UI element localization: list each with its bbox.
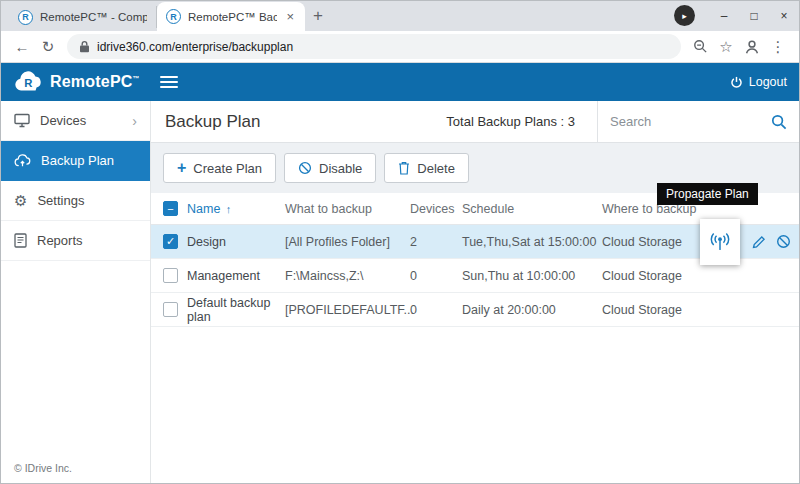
logout-label: Logout	[749, 75, 787, 89]
plan-where: Cloud Storage	[602, 303, 700, 317]
plan-where: Cloud Storage	[602, 269, 700, 283]
total-plans-label: Total Backup Plans : 3	[446, 114, 597, 129]
plan-name: Default backup plan	[187, 296, 285, 324]
app-header: R RemotePC™ Logout	[1, 63, 799, 101]
row-checkbox[interactable]	[163, 268, 178, 283]
pencil-icon	[752, 235, 766, 249]
browser-tab-remotepc-backup[interactable]: R RemotePC™ Backup ×	[157, 2, 305, 31]
minimize-button[interactable]: –	[709, 1, 739, 31]
menu-dots-icon[interactable]: ⋮	[765, 34, 791, 60]
trash-icon	[398, 161, 410, 175]
plan-what: [PROFILEDEFAULTF...	[285, 303, 410, 317]
tab-close-icon[interactable]: ×	[284, 9, 296, 24]
page-header: Backup Plan Total Backup Plans : 3	[151, 101, 799, 143]
edit-plan-button[interactable]	[752, 235, 766, 249]
disable-plan-button[interactable]	[776, 234, 791, 249]
plan-schedule: Sun,Thu at 10:00:00	[462, 269, 602, 283]
sidebar-item-reports[interactable]: Reports	[1, 221, 150, 261]
sidebar: Devices › Backup Plan ⚙ Settings Reports…	[1, 101, 151, 483]
remotepc-logo: R RemotePC™	[13, 71, 140, 93]
plan-devices: 2	[410, 235, 462, 249]
reload-icon[interactable]: ↻	[35, 34, 61, 60]
logout-button[interactable]: Logout	[730, 75, 787, 89]
column-header-name[interactable]: Name ↑	[187, 202, 285, 216]
plan-devices: 0	[410, 303, 462, 317]
plus-icon: +	[177, 160, 186, 176]
cloud-logo-icon: R	[13, 71, 45, 93]
column-header-schedule[interactable]: Schedule	[462, 202, 602, 216]
remotepc-favicon-icon: R	[18, 10, 33, 25]
backup-cloud-icon	[14, 154, 31, 167]
tab-title: RemotePC™ Backup	[188, 11, 277, 23]
svg-text:R: R	[24, 77, 32, 89]
disable-icon	[776, 234, 791, 249]
browser-window: R RemotePC™ - Comput... R RemotePC™ Back…	[0, 0, 800, 484]
sidebar-item-label: Settings	[37, 193, 84, 208]
plan-what: [All Profiles Folder]	[285, 235, 410, 249]
sidebar-item-settings[interactable]: ⚙ Settings	[1, 181, 150, 221]
column-header-devices[interactable]: Devices	[410, 202, 462, 216]
plan-name: Management	[187, 269, 285, 283]
delete-button[interactable]: Delete	[384, 153, 469, 183]
create-plan-button[interactable]: + Create Plan	[163, 153, 276, 183]
report-document-icon	[14, 233, 27, 248]
disable-icon	[298, 161, 312, 175]
remotepc-favicon-icon: R	[166, 9, 181, 24]
plan-devices: 0	[410, 269, 462, 283]
row-checkbox[interactable]	[163, 302, 178, 317]
plan-what: F:\Maincss,Z:\	[285, 269, 410, 283]
media-control-icon[interactable]: ▸	[674, 5, 695, 26]
lock-icon	[79, 40, 90, 53]
back-icon[interactable]: ←	[9, 34, 35, 60]
browser-tab-remotepc-computer[interactable]: R RemotePC™ - Comput...	[9, 6, 157, 28]
url-text: idrive360.com/enterprise/backupplan	[97, 40, 293, 54]
plan-where: Cloud Storage	[602, 235, 700, 249]
close-button[interactable]: ×	[769, 1, 799, 31]
create-plan-label: Create Plan	[193, 161, 262, 176]
select-all-checkbox[interactable]: −	[163, 201, 178, 216]
disable-button[interactable]: Disable	[284, 153, 376, 183]
new-tab-button[interactable]: +	[305, 6, 333, 31]
chevron-right-icon: ›	[132, 113, 137, 129]
propagate-plan-button[interactable]	[700, 219, 740, 265]
backup-plan-table: − Name ↑ What to backup Devices Schedule…	[151, 193, 799, 483]
sidebar-item-label: Reports	[37, 233, 83, 248]
search-input[interactable]	[610, 114, 763, 129]
copyright-text: © IDrive Inc.	[14, 462, 72, 474]
zoom-icon[interactable]	[687, 34, 713, 60]
search-box	[597, 101, 799, 142]
power-icon	[730, 76, 743, 89]
disable-label: Disable	[319, 161, 362, 176]
address-bar[interactable]: idrive360.com/enterprise/backupplan	[67, 34, 681, 59]
row-checkbox[interactable]: ✓	[163, 234, 178, 249]
row-actions	[700, 226, 800, 258]
monitor-icon	[14, 113, 30, 128]
window-controls: – □ ×	[709, 1, 799, 31]
propagate-broadcast-icon	[709, 232, 731, 251]
search-icon[interactable]	[771, 114, 787, 130]
sidebar-item-devices[interactable]: Devices ›	[1, 101, 150, 141]
hamburger-menu-icon[interactable]	[156, 72, 182, 92]
plan-schedule: Tue,Thu,Sat at 15:00:00	[462, 235, 602, 249]
maximize-button[interactable]: □	[739, 1, 769, 31]
sidebar-item-label: Backup Plan	[41, 153, 114, 168]
brand-text: RemotePC™	[50, 73, 140, 91]
plan-schedule: Daily at 20:00:00	[462, 303, 602, 317]
plan-name: Design	[187, 235, 285, 249]
sidebar-item-backup-plan[interactable]: Backup Plan	[1, 141, 150, 181]
table-row[interactable]: Default backup plan [PROFILEDEFAULTF... …	[151, 293, 799, 327]
delete-label: Delete	[417, 161, 455, 176]
propagate-plan-tooltip: Propagate Plan	[657, 183, 758, 205]
tab-strip: R RemotePC™ - Comput... R RemotePC™ Back…	[1, 1, 799, 31]
sort-asc-icon: ↑	[226, 203, 232, 215]
bookmark-star-icon[interactable]: ☆	[713, 34, 739, 60]
page-title: Backup Plan	[151, 112, 260, 132]
gear-icon: ⚙	[14, 192, 27, 210]
main-content: Backup Plan Total Backup Plans : 3 + Cre…	[151, 101, 799, 483]
profile-icon[interactable]	[739, 34, 765, 60]
browser-toolbar: ← ↻ idrive360.com/enterprise/backupplan …	[1, 31, 799, 63]
sidebar-item-label: Devices	[40, 113, 86, 128]
table-row[interactable]: ✓ Design [All Profiles Folder] 2 Tue,Thu…	[151, 225, 799, 259]
column-header-what[interactable]: What to backup	[285, 202, 410, 216]
tab-title: RemotePC™ - Comput...	[40, 11, 147, 23]
